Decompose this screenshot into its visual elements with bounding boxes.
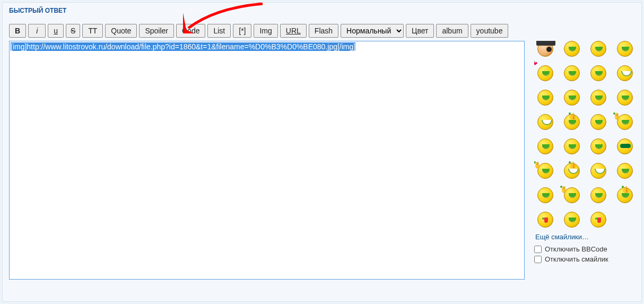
quote-button[interactable]: Quote — [105, 24, 137, 38]
panel-title: БЫСТРЫЙ ОТВЕТ — [9, 7, 635, 14]
smiley-cool-icon[interactable] — [617, 138, 633, 154]
listitem-button[interactable]: [*] — [233, 24, 251, 38]
smiley-wave-icon[interactable] — [537, 163, 553, 179]
smiley-tongue-icon[interactable] — [590, 212, 606, 228]
img-button[interactable]: Img — [254, 24, 277, 38]
smiley-icon[interactable] — [617, 90, 633, 106]
code-button[interactable]: Code — [176, 24, 205, 38]
smiley-icon[interactable] — [590, 41, 606, 57]
disable-smilies-label: Отключить смайлик — [545, 255, 608, 263]
smiley-tongue-icon[interactable] — [537, 212, 553, 228]
smiley-icon[interactable] — [617, 163, 633, 179]
smiley-icon[interactable] — [564, 138, 580, 154]
spoiler-button[interactable]: Spoiler — [139, 24, 174, 38]
message-textarea[interactable]: [img]http://www.litostrovok.ru/download/… — [9, 41, 525, 280]
youtube-button[interactable]: youtube — [471, 24, 509, 38]
smiley-thumbsup-icon[interactable] — [617, 187, 633, 203]
strike-button[interactable]: S — [66, 24, 80, 38]
smiley-icon[interactable] — [590, 90, 606, 106]
disable-smilies-checkbox[interactable] — [534, 256, 542, 263]
smiley-icon[interactable] — [564, 65, 580, 81]
smiley-icon[interactable] — [564, 212, 580, 228]
bold-button[interactable]: B — [9, 24, 26, 38]
italic-button[interactable]: i — [28, 24, 46, 38]
smiley-icon[interactable] — [537, 90, 553, 106]
disable-bbcode-label: Отключить BBCode — [545, 245, 607, 253]
flash-button[interactable]: Flash — [309, 24, 338, 38]
smiley-grin-icon[interactable] — [617, 65, 633, 81]
disable-bbcode-checkbox[interactable] — [534, 246, 542, 253]
editor-row: [img]http://www.litostrovok.ru/download/… — [9, 41, 635, 280]
smiley-icon[interactable] — [590, 187, 606, 203]
smiley-shock-icon[interactable] — [537, 114, 553, 130]
smiley-icon[interactable] — [564, 90, 580, 106]
option-disable-bbcode: Отключить BBCode — [534, 245, 635, 253]
font-size-select[interactable]: Нормальный — [341, 24, 404, 38]
smiley-pirate-icon[interactable] — [537, 41, 553, 57]
smiley-sidebar: Ещё смайлики… Отключить BBCode Отключить… — [534, 41, 635, 265]
smiley-grin-icon[interactable] — [590, 163, 606, 179]
selected-text: [img]http://www.litostrovok.ru/download/… — [11, 42, 355, 51]
smiley-thumbsup-icon[interactable] — [564, 114, 580, 130]
more-smilies-link[interactable]: Ещё смайлики… — [535, 233, 635, 241]
list-button[interactable]: List — [207, 24, 231, 38]
url-button[interactable]: URL — [280, 24, 307, 38]
smiley-icon[interactable] — [590, 65, 606, 81]
tt-button[interactable]: TT — [82, 24, 103, 38]
smiley-icon[interactable] — [564, 41, 580, 57]
option-disable-smilies: Отключить смайлик — [534, 255, 635, 263]
smiley-love-icon[interactable] — [537, 65, 553, 81]
post-options: Отключить BBCode Отключить смайлик — [534, 245, 635, 263]
smiley-icon[interactable] — [617, 41, 633, 57]
album-button[interactable]: album — [436, 24, 468, 38]
color-button[interactable]: Цвет — [406, 24, 434, 38]
smiley-icon[interactable] — [590, 114, 606, 130]
quick-reply-panel: БЫСТРЫЙ ОТВЕТ B i u S TT Quote Spoiler C… — [2, 2, 642, 302]
smiley-icon[interactable] — [590, 138, 606, 154]
smiley-wave-icon[interactable] — [617, 114, 633, 130]
smiley-clap-icon[interactable] — [564, 163, 580, 179]
underline-button[interactable]: u — [48, 24, 64, 38]
smiley-grid — [534, 41, 635, 228]
smiley-icon[interactable] — [537, 138, 553, 154]
editor-toolbar: B i u S TT Quote Spoiler Code List [*] I… — [9, 24, 635, 38]
smiley-wave-icon[interactable] — [564, 187, 580, 203]
smiley-icon[interactable] — [537, 187, 553, 203]
textarea-wrap: [img]http://www.litostrovok.ru/download/… — [9, 41, 525, 280]
